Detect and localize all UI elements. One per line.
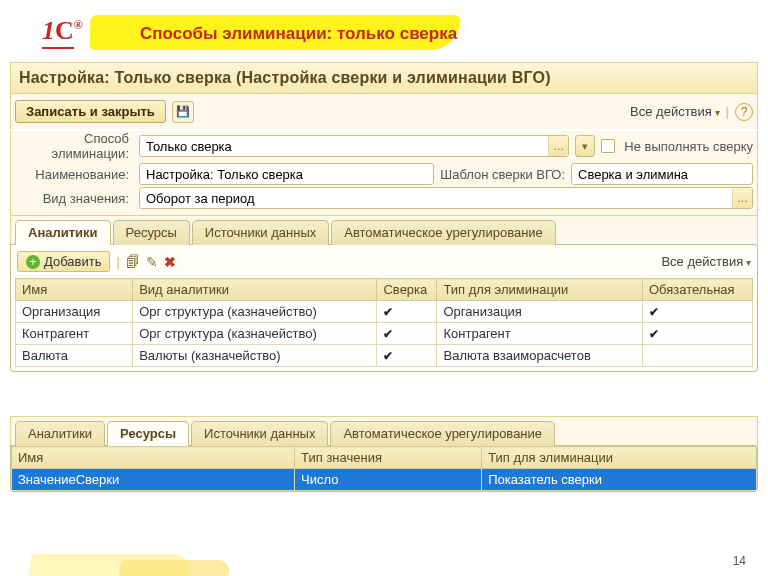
name-label: Наименование: bbox=[15, 167, 133, 182]
tab2-analytics[interactable]: Аналитики bbox=[15, 421, 105, 446]
plus-icon: + bbox=[26, 255, 40, 269]
template-label: Шаблон сверки ВГО: bbox=[440, 167, 565, 182]
slide-title: Способы элиминации: только сверка bbox=[140, 24, 457, 44]
col-type-elim[interactable]: Тип для элиминации bbox=[437, 279, 643, 301]
col2-type-elim[interactable]: Тип для элиминации bbox=[482, 447, 757, 469]
table-row-selected[interactable]: ЗначениеСверки Число Показатель сверки bbox=[12, 469, 757, 491]
col-required[interactable]: Обязательная bbox=[643, 279, 753, 301]
form-title: Настройка: Только сверка (Настройка свер… bbox=[10, 62, 758, 94]
value-kind-input[interactable] bbox=[140, 189, 732, 208]
add-button-label: Добавить bbox=[44, 254, 101, 269]
grid-all-actions-dropdown[interactable]: Все действия bbox=[661, 254, 751, 269]
elim-method-input[interactable] bbox=[140, 137, 548, 156]
tab-data-sources[interactable]: Источники данных bbox=[192, 220, 329, 245]
col-analytics-kind[interactable]: Вид аналитики bbox=[133, 279, 377, 301]
clear-icon[interactable]: ▾ bbox=[575, 135, 595, 157]
table-row[interactable]: Валюта Валюты (казначейство) ✔ Валюта вз… bbox=[16, 345, 753, 367]
elim-method-label: Способ элиминации: bbox=[15, 131, 133, 161]
col-name[interactable]: Имя bbox=[16, 279, 133, 301]
add-button[interactable]: + Добавить bbox=[17, 251, 110, 272]
tab2-data-sources[interactable]: Источники данных bbox=[191, 421, 328, 446]
help-button[interactable]: ? bbox=[735, 103, 753, 121]
copy-icon[interactable]: 🗐 bbox=[126, 254, 140, 270]
tab2-auto-settlement[interactable]: Автоматическое урегулирование bbox=[330, 421, 555, 446]
page-number: 14 bbox=[733, 554, 746, 568]
col2-name[interactable]: Имя bbox=[12, 447, 295, 469]
value-kind-label: Вид значения: bbox=[15, 191, 133, 206]
all-actions-dropdown[interactable]: Все действия bbox=[630, 104, 720, 119]
col2-value-type[interactable]: Тип значения bbox=[295, 447, 482, 469]
save-and-close-button[interactable]: Записать и закрыть bbox=[15, 100, 166, 123]
tab-analytics[interactable]: Аналитики bbox=[15, 220, 111, 245]
col-reconcile[interactable]: Сверка bbox=[377, 279, 437, 301]
delete-icon[interactable]: ✖ bbox=[164, 254, 176, 270]
edit-icon[interactable]: ✎ bbox=[146, 254, 158, 270]
tab-auto-settlement[interactable]: Автоматическое урегулирование bbox=[331, 220, 556, 245]
tab-resources[interactable]: Ресурсы bbox=[113, 220, 190, 245]
no-reconcile-checkbox[interactable] bbox=[601, 139, 615, 153]
template-input[interactable] bbox=[572, 165, 752, 184]
table-row[interactable]: Контрагент Орг структура (казначейство) … bbox=[16, 323, 753, 345]
save-icon-button[interactable]: 💾 bbox=[172, 101, 194, 123]
tab2-resources[interactable]: Ресурсы bbox=[107, 421, 189, 446]
resources-table: Имя Тип значения Тип для элиминации Знач… bbox=[11, 446, 757, 491]
table-row[interactable]: Организация Орг структура (казначейство)… bbox=[16, 301, 753, 323]
analytics-table: Имя Вид аналитики Сверка Тип для элимина… bbox=[15, 278, 753, 367]
value-kind-select-button[interactable]: … bbox=[732, 188, 752, 208]
logo-1c: 1C® bbox=[42, 16, 83, 49]
elim-method-select-button[interactable]: … bbox=[548, 136, 568, 156]
no-reconcile-label: Не выполнять сверку bbox=[624, 139, 753, 154]
name-input[interactable] bbox=[140, 165, 433, 184]
